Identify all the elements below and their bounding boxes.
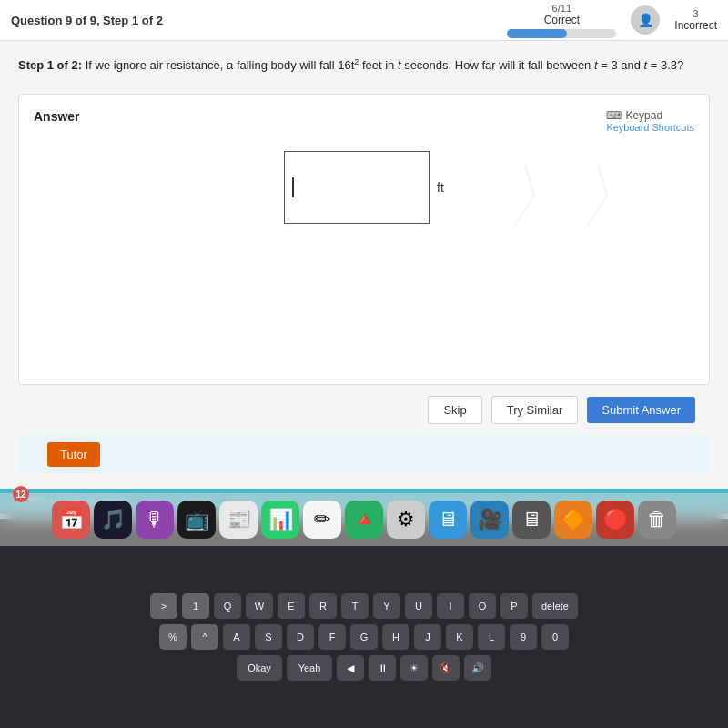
- correct-section: 6/11 Correct: [507, 3, 616, 38]
- kb-key-mute[interactable]: 🔇: [432, 655, 460, 681]
- screen: Question 9 of 9, Step 1 of 2 6/11 Correc…: [0, 0, 728, 519]
- input-area: ft: [34, 151, 694, 224]
- kb-key-caret[interactable]: ^: [191, 624, 218, 650]
- kb-key-y[interactable]: Y: [373, 593, 400, 619]
- try-similar-button[interactable]: Try Similar: [491, 396, 579, 424]
- answer-label: Answer: [34, 109, 80, 124]
- avatar: 👤: [631, 5, 660, 35]
- top-bar: Question 9 of 9, Step 1 of 2 6/11 Correc…: [0, 0, 728, 41]
- dock-icon-settings[interactable]: ⚙: [387, 500, 425, 539]
- keypad-button[interactable]: ⌨ Keypad: [606, 109, 662, 122]
- answer-panel: 〉〉 Answer ⌨ Keypad Keyboard Shortcuts: [18, 94, 710, 385]
- kb-key-a[interactable]: A: [223, 624, 250, 650]
- progress-bar: [507, 29, 616, 38]
- kb-key-pct[interactable]: %: [159, 624, 187, 650]
- dock-icon-app[interactable]: 🔴: [596, 500, 634, 539]
- answer-header: Answer ⌨ Keypad Keyboard Shortcuts: [34, 109, 694, 133]
- incorrect-count: 3: [674, 8, 717, 19]
- score-count: 6/11: [552, 3, 571, 14]
- dock-icon-podcast[interactable]: 🎙: [136, 500, 174, 539]
- kb-key-w[interactable]: W: [246, 593, 273, 619]
- kb-key-t[interactable]: T: [341, 593, 369, 619]
- tutor-button[interactable]: Tutor: [47, 442, 100, 467]
- dock-icon-zoom[interactable]: 🎥: [470, 500, 509, 539]
- kb-key-delete[interactable]: delete: [532, 593, 578, 619]
- keyboard-shortcuts-link[interactable]: Keyboard Shortcuts: [606, 122, 694, 133]
- dock: 📅 🎵 🎙 📺 📰 📊 ✏ 🔺 ⚙ 🖥 🎥 🖥 🔶 🔴 🗑: [0, 493, 728, 546]
- kb-key-okay[interactable]: Okay: [237, 655, 282, 681]
- kb-key-yeah[interactable]: Yeah: [287, 655, 332, 681]
- kb-key-i[interactable]: I: [437, 593, 464, 619]
- kb-key-l[interactable]: L: [478, 624, 505, 650]
- kb-key-r[interactable]: R: [309, 593, 337, 619]
- kb-key-j[interactable]: J: [414, 624, 441, 650]
- keyboard-area: > 1 Q W E R T Y U I O P delete % ^ A S D…: [0, 546, 728, 728]
- kb-row-1: > 1 Q W E R T Y U I O P delete: [150, 593, 578, 619]
- main-content: Step 1 of 2: If we ignore air resistance…: [0, 41, 728, 489]
- kb-key-0[interactable]: 0: [541, 624, 569, 650]
- dock-icon-screen[interactable]: 🖥: [512, 500, 551, 539]
- kb-key-d[interactable]: D: [287, 624, 314, 650]
- question-info: Question 9 of 9, Step 1 of 2: [11, 14, 163, 27]
- kb-key-k[interactable]: K: [446, 624, 473, 650]
- dock-icon-tv[interactable]: 📺: [177, 500, 216, 539]
- keypad-label: Keypad: [625, 109, 662, 122]
- dock-icon-pencil[interactable]: ✏: [303, 500, 341, 539]
- kb-key-h[interactable]: H: [382, 624, 410, 650]
- kb-key-left[interactable]: ◀: [337, 655, 364, 681]
- kb-key-pause[interactable]: ⏸: [369, 655, 396, 681]
- keypad-icon: ⌨: [606, 109, 622, 122]
- dock-icon-news[interactable]: 📰: [219, 500, 258, 539]
- kb-key-o[interactable]: O: [469, 593, 496, 619]
- kb-key-9[interactable]: 9: [510, 624, 537, 650]
- answer-input-box[interactable]: [284, 151, 430, 224]
- date-badge: 12: [13, 486, 29, 502]
- kb-row-3: Okay Yeah ◀ ⏸ ☀ 🔇 🔊: [237, 655, 491, 681]
- incorrect-section: 3 Incorrect: [674, 8, 717, 32]
- dock-icon-calendar[interactable]: 📅: [52, 500, 90, 539]
- kb-key-s[interactable]: S: [255, 624, 282, 650]
- kb-key-vol[interactable]: 🔊: [464, 655, 491, 681]
- dock-icon-remote[interactable]: 🔶: [554, 500, 592, 539]
- kb-key-e[interactable]: E: [278, 593, 305, 619]
- score-section: 6/11 Correct 👤 3 Incorrect: [507, 3, 717, 38]
- step-label: Step 1 of 2:: [18, 58, 82, 72]
- correct-label: Correct: [544, 14, 580, 26]
- keypad-section: ⌨ Keypad Keyboard Shortcuts: [606, 109, 694, 133]
- submit-button[interactable]: Submit Answer: [587, 397, 695, 423]
- kb-key-g[interactable]: G: [350, 624, 378, 650]
- kb-key-gt[interactable]: >: [150, 593, 177, 619]
- step-body: If we ignore air resistance, a falling b…: [86, 58, 684, 72]
- bottom-actions: Skip Try Similar Submit Answer: [18, 385, 710, 435]
- kb-key-p[interactable]: P: [500, 593, 528, 619]
- kb-key-1[interactable]: 1: [182, 593, 209, 619]
- kb-row-2: % ^ A S D F G H J K L 9 0: [159, 624, 569, 650]
- dock-icon-music[interactable]: 🎵: [94, 500, 132, 539]
- dock-icon-notability[interactable]: 🔺: [345, 500, 383, 539]
- kb-key-bright[interactable]: ☀: [400, 655, 428, 681]
- incorrect-label: Incorrect: [674, 19, 717, 32]
- dock-icon-trash[interactable]: 🗑: [638, 500, 676, 539]
- kb-key-u[interactable]: U: [405, 593, 432, 619]
- dock-icon-finder[interactable]: 🖥: [429, 500, 467, 539]
- kb-key-q[interactable]: Q: [214, 593, 241, 619]
- unit-label: ft: [437, 180, 444, 195]
- cursor: [292, 177, 294, 197]
- skip-button[interactable]: Skip: [428, 396, 481, 424]
- dock-icon-numbers[interactable]: 📊: [261, 500, 299, 539]
- kb-key-f[interactable]: F: [318, 624, 346, 650]
- answer-input-wrapper: ft: [284, 151, 444, 224]
- progress-bar-fill: [507, 29, 567, 38]
- tutor-row: Tutor: [18, 435, 710, 474]
- step-description: Step 1 of 2: If we ignore air resistance…: [18, 56, 710, 76]
